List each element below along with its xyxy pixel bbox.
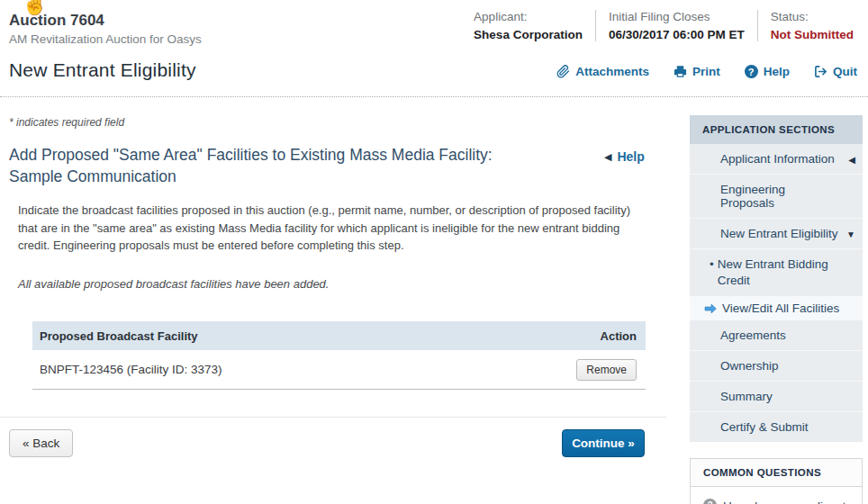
sidebar-item-label: Summary: [720, 390, 773, 403]
sidebar-item-label: New Entrant Bidding Credit: [718, 256, 845, 289]
facility-table: Proposed Broadcast Facility Action BNPFT…: [32, 321, 646, 390]
page-title: New Entrant Eligibility: [9, 59, 196, 81]
paperclip-icon: [556, 65, 570, 78]
help-label: Help: [764, 65, 790, 78]
facility-table-header: Proposed Broadcast Facility Action: [32, 321, 646, 350]
current-section-arrow-icon: [704, 303, 717, 314]
application-sections-header: APPLICATION SECTIONS: [690, 115, 863, 144]
section-help-label: Help: [617, 149, 644, 164]
remove-button[interactable]: Remove: [576, 359, 637, 381]
application-page: ☝ Auction 7604 AM Revitalization Auction…: [0, 0, 868, 504]
collapsed-triangle-icon: ◀: [848, 154, 855, 164]
cursor-hand-icon: ☝: [22, 0, 49, 16]
attachments-label: Attachments: [575, 65, 649, 78]
expanded-triangle-icon: ▼: [846, 229, 855, 238]
toolbar: Attachments Print ? Help Quit: [556, 65, 857, 78]
auction-subtitle: AM Revitalization Auction for Oasys: [9, 32, 202, 46]
section-description: Indicate the broadcast facilities propos…: [18, 202, 650, 255]
sidebar-item-engineering-proposals[interactable]: Engineering Proposals: [690, 174, 863, 218]
sidebar-item-label: Agreements: [720, 328, 786, 342]
sidebar-item-view-edit-all-facilities[interactable]: View/Edit All Facilities: [690, 296, 863, 320]
sidebar-item-new-entrant-bidding-credit[interactable]: •New Entrant Bidding Credit: [690, 248, 863, 296]
help-link-toolbar[interactable]: ? Help: [745, 65, 790, 78]
applicant-label: Applicant:: [474, 10, 583, 23]
section-heading: Add Proposed "Same Area" Facilities to E…: [9, 144, 531, 187]
print-icon: [674, 65, 687, 78]
sidebar-item-label: New Entrant Eligibility: [720, 227, 838, 240]
sidebar-item-new-entrant-eligibility[interactable]: New Entrant Eligibility ▼: [690, 218, 863, 248]
filing-closes-cell: Initial Filing Closes 06/30/2017 06:00 P…: [595, 10, 757, 41]
status-label: Status:: [771, 10, 854, 23]
sidebar: APPLICATION SECTIONS Applicant Informati…: [690, 115, 863, 504]
dotted-divider: [0, 96, 868, 97]
status-cell: Status: Not Submitted: [757, 10, 855, 41]
facility-column-header: Proposed Broadcast Facility: [40, 329, 198, 343]
filing-closes-label: Initial Filing Closes: [609, 10, 745, 23]
sidebar-item-label: Certify & Submit: [720, 420, 809, 434]
quit-icon: [814, 65, 827, 78]
status-badge: Not Submitted: [771, 28, 854, 41]
print-label: Print: [692, 65, 720, 78]
sidebar-item-agreements[interactable]: Agreements: [690, 320, 863, 350]
question-text: How does an applicant qualify for a 25% …: [723, 498, 853, 504]
footer-divider: [0, 417, 666, 418]
left-triangle-icon: ◀: [604, 151, 611, 163]
back-button[interactable]: « Back: [9, 429, 73, 457]
header-summary: Applicant: Shesa Corporation Initial Fil…: [461, 10, 855, 41]
filing-closes-value: 06/30/2017 06:00 PM ET: [609, 28, 745, 41]
sidebar-item-ownership[interactable]: Ownership: [690, 350, 863, 381]
help-question-icon: ?: [745, 65, 758, 78]
required-field-note: * indicates required field: [9, 116, 124, 129]
sidebar-item-label: View/Edit All Facilities: [722, 302, 839, 315]
sidebar-item-applicant-information[interactable]: Applicant Information ◀: [690, 144, 863, 174]
table-row: BNPFT-123456 (Facility ID: 3373) Remove: [32, 350, 646, 390]
quit-link[interactable]: Quit: [814, 65, 857, 78]
attachments-link[interactable]: Attachments: [556, 65, 649, 78]
sidebar-item-label: Ownership: [720, 359, 779, 373]
applicant-value: Shesa Corporation: [474, 28, 583, 41]
common-questions-header: COMMON QUESTIONS: [691, 459, 862, 487]
sidebar-item-summary[interactable]: Summary: [690, 381, 863, 411]
question-mark-icon: ?: [703, 499, 717, 504]
bullet-icon: •: [710, 257, 714, 271]
application-sections-list: Applicant Information ◀ Engineering Prop…: [690, 144, 863, 442]
print-link[interactable]: Print: [674, 65, 720, 78]
facility-cell: BNPFT-123456 (Facility ID: 3373): [40, 363, 222, 376]
applicant-cell: Applicant: Shesa Corporation: [461, 10, 595, 41]
quit-label: Quit: [833, 65, 857, 78]
sidebar-item-label: Engineering Proposals: [720, 183, 785, 210]
section-help-link[interactable]: ◀ Help: [604, 149, 645, 164]
sidebar-item-certify-submit[interactable]: Certify & Submit: [690, 411, 863, 442]
common-questions-box: COMMON QUESTIONS ? How does an applicant…: [690, 458, 863, 504]
common-question-link[interactable]: ? How does an applicant qualify for a 25…: [691, 487, 862, 504]
sidebar-item-label: Applicant Information: [720, 152, 835, 166]
action-column-header: Action: [601, 329, 637, 343]
continue-button[interactable]: Continue »: [562, 429, 645, 457]
all-facilities-added-note: All available proposed broadcast facilit…: [18, 277, 329, 291]
